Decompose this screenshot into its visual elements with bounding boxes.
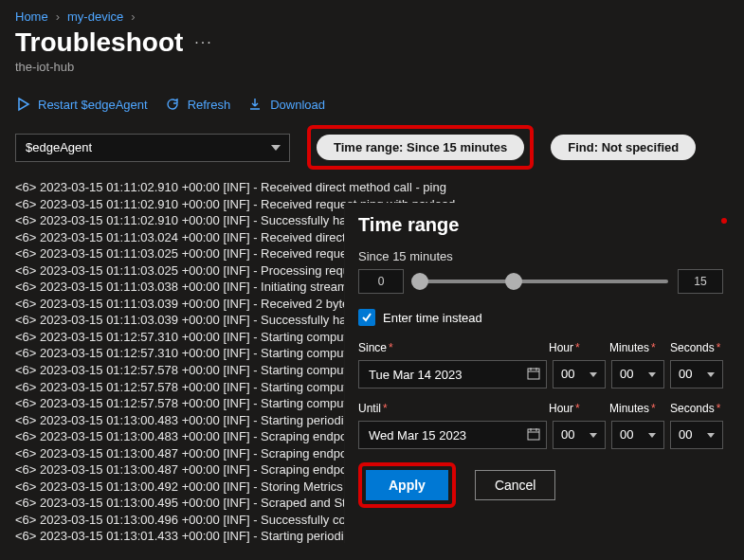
- until-date-input[interactable]: [358, 421, 547, 449]
- until-seconds-select[interactable]: 00: [670, 421, 723, 449]
- enter-time-checkbox[interactable]: [358, 309, 375, 326]
- hour-label: Hour*: [549, 341, 602, 354]
- chevron-right-icon: ›: [131, 9, 135, 24]
- cancel-button[interactable]: Cancel: [475, 470, 556, 500]
- page-subtitle: the-iot-hub: [0, 58, 744, 85]
- apply-button[interactable]: Apply: [366, 470, 448, 500]
- find-pill[interactable]: Find: Not specified: [551, 135, 696, 160]
- module-select[interactable]: $edgeAgent: [15, 134, 290, 162]
- slider-thumb[interactable]: [505, 273, 522, 290]
- download-icon: [247, 97, 263, 112]
- toolbar: Restart $edgeAgent Refresh Download: [0, 85, 744, 125]
- svg-rect-0: [528, 369, 539, 379]
- breadcrumb-home[interactable]: Home: [15, 9, 48, 24]
- since-date-input[interactable]: [358, 360, 547, 388]
- more-menu-icon[interactable]: ···: [194, 34, 212, 51]
- slider-max: 15: [678, 269, 723, 294]
- seconds-label: Seconds*: [670, 402, 723, 415]
- until-hour-select[interactable]: 00: [553, 421, 606, 449]
- calendar-icon[interactable]: [526, 426, 541, 442]
- time-range-highlight: Time range: Since 15 minutes: [307, 125, 534, 170]
- minutes-label: Minutes*: [609, 402, 662, 415]
- refresh-icon: [165, 97, 180, 112]
- panel-title: Time range: [358, 214, 723, 236]
- since-hour-select[interactable]: 00: [553, 360, 606, 388]
- breadcrumb: Home › my-device ›: [0, 0, 744, 27]
- download-button[interactable]: Download: [247, 97, 325, 112]
- refresh-label: Refresh: [188, 98, 231, 112]
- slider-min: 0: [358, 269, 404, 294]
- restart-label: Restart $edgeAgent: [38, 98, 148, 112]
- download-label: Download: [270, 98, 325, 112]
- refresh-button[interactable]: Refresh: [165, 97, 231, 112]
- chevron-right-icon: ›: [56, 9, 60, 24]
- since-slider[interactable]: 0 15: [358, 269, 723, 294]
- until-minutes-select[interactable]: 00: [611, 421, 664, 449]
- module-dropdown[interactable]: $edgeAgent: [15, 134, 290, 162]
- enter-time-label: Enter time instead: [383, 311, 482, 325]
- time-range-panel: Time range Since 15 minutes 0 15 Enter t…: [344, 203, 744, 543]
- hour-label: Hour*: [549, 402, 602, 415]
- breadcrumb-device[interactable]: my-device: [67, 9, 123, 24]
- minutes-label: Minutes*: [609, 341, 662, 354]
- until-label: Until*: [358, 402, 541, 415]
- apply-highlight: Apply: [358, 462, 456, 508]
- log-line: <6> 2023-03-15 01:11:02.910 +00:00 [INF]…: [15, 179, 729, 196]
- since-minutes-label: Since 15 minutes: [358, 249, 723, 263]
- since-label: Since*: [358, 341, 541, 354]
- seconds-label: Seconds*: [670, 341, 723, 354]
- slider-thumb[interactable]: [411, 273, 428, 290]
- calendar-icon[interactable]: [526, 366, 541, 381]
- page-title: Troubleshoot: [15, 27, 183, 58]
- svg-rect-1: [528, 429, 539, 440]
- required-indicator-icon: [721, 218, 727, 224]
- since-seconds-select[interactable]: 00: [670, 360, 723, 388]
- time-range-pill[interactable]: Time range: Since 15 minutes: [317, 135, 524, 160]
- restart-edge-agent-button[interactable]: Restart $edgeAgent: [15, 97, 148, 112]
- slider-track[interactable]: [413, 280, 668, 283]
- play-icon: [15, 97, 30, 112]
- since-minutes-select[interactable]: 00: [611, 360, 664, 388]
